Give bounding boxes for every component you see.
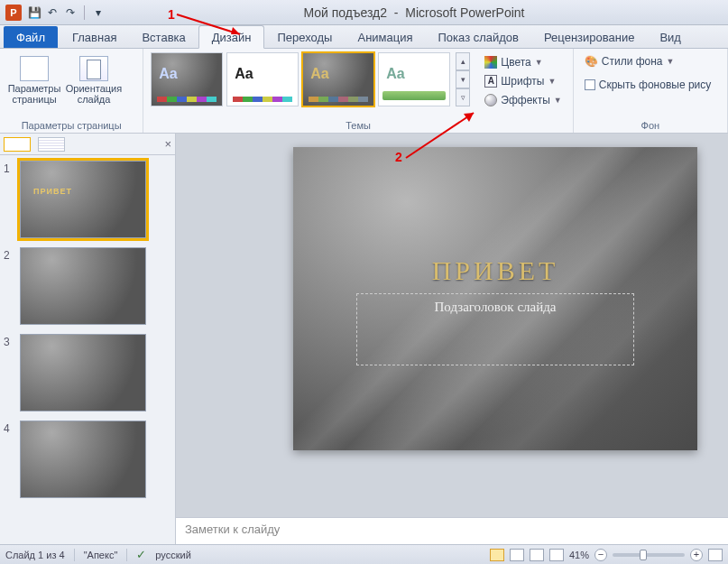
theme-name: "Апекс" xyxy=(84,550,118,560)
thumb-number: 1 xyxy=(4,161,14,175)
zoom-in-button[interactable]: + xyxy=(690,549,703,561)
slide-thumbnail-1[interactable]: ПРИВЕТ xyxy=(20,161,146,238)
workspace: × 1 ПРИВЕТ 2 3 4 xyxy=(0,134,728,544)
theme-thumb-3-selected[interactable]: Aa xyxy=(302,52,374,106)
fonts-label: Шрифты xyxy=(501,75,544,88)
separator xyxy=(126,549,127,561)
colors-icon xyxy=(484,56,497,69)
group-background-label: Фон xyxy=(581,118,720,131)
window-title: Мой подъезд2 - Microsoft PowerPoint xyxy=(106,5,723,20)
theme-gallery-expand[interactable]: ▿ xyxy=(456,88,470,106)
theme-thumb-1[interactable]: Aa xyxy=(151,52,223,106)
thumbnails-tab[interactable] xyxy=(4,137,31,152)
list-item: 2 xyxy=(4,247,171,325)
close-panel-icon[interactable]: × xyxy=(164,137,171,151)
checkbox-icon xyxy=(585,79,595,90)
tab-review[interactable]: Рецензирование xyxy=(531,26,647,48)
thumb-title: ПРИВЕТ xyxy=(33,187,72,196)
tab-file[interactable]: Файл xyxy=(4,26,58,48)
slide-canvas[interactable]: ПРИВЕТ Подзаголовок слайда xyxy=(176,134,728,517)
ribbon-tabs: Файл Главная Вставка Дизайн Переходы Ани… xyxy=(0,25,728,49)
notes-placeholder: Заметки к слайду xyxy=(185,522,280,536)
group-page-setup: Параметры страницы Ориентация слайда Пар… xyxy=(0,49,143,133)
page-setup-label: Параметры страницы xyxy=(7,83,61,105)
outline-tab[interactable] xyxy=(38,137,65,152)
theme-gallery: Aa Aa Aa Aa ▴ ▾ xyxy=(151,52,470,106)
list-item: 1 ПРИВЕТ xyxy=(4,161,171,238)
theme-scroll-down[interactable]: ▾ xyxy=(456,70,470,88)
status-bar: Слайд 1 из 4 "Апекс" ✓ русский 41% − + xyxy=(0,544,728,564)
slide[interactable]: ПРИВЕТ Подзаголовок слайда xyxy=(293,147,697,450)
tab-slideshow[interactable]: Показ слайдов xyxy=(426,26,532,48)
tab-view[interactable]: Вид xyxy=(647,26,694,48)
slide-panel-tabs: × xyxy=(0,134,175,155)
app-name: Microsoft PowerPoint xyxy=(405,5,524,20)
sorter-view-button[interactable] xyxy=(510,549,524,561)
language-indicator[interactable]: русский xyxy=(155,550,190,560)
chevron-down-icon: ▼ xyxy=(667,57,675,66)
page-setup-button[interactable]: Параметры страницы xyxy=(7,52,61,105)
thumbnail-list: 1 ПРИВЕТ 2 3 4 xyxy=(0,155,175,544)
zoom-out-button[interactable]: − xyxy=(594,549,607,561)
thumb-number: 3 xyxy=(4,334,14,348)
tab-home[interactable]: Главная xyxy=(60,26,129,48)
slide-thumbnail-3[interactable] xyxy=(20,334,146,411)
zoom-slider[interactable] xyxy=(613,553,685,557)
tab-animations[interactable]: Анимация xyxy=(345,26,425,48)
slide-thumbnail-2[interactable] xyxy=(20,247,146,325)
slide-subtitle: Подзаголовок слайда xyxy=(435,300,557,315)
bg-styles-label: Стили фона xyxy=(602,55,663,68)
hide-bg-label: Скрыть фоновые рису xyxy=(599,79,712,91)
normal-view-button[interactable] xyxy=(490,549,504,561)
tab-transitions[interactable]: Переходы xyxy=(264,26,345,48)
status-right: 41% − + xyxy=(490,549,723,561)
colors-label: Цвета xyxy=(501,56,530,69)
redo-icon[interactable]: ↷ xyxy=(63,5,78,20)
subtitle-placeholder[interactable]: Подзаголовок слайда xyxy=(356,293,634,365)
theme-thumb-2[interactable]: Aa xyxy=(226,52,299,106)
document-name: Мой подъезд2 xyxy=(303,5,387,20)
fit-to-window-button[interactable] xyxy=(708,549,723,561)
quick-access-toolbar: 💾 ↶ ↷ ▾ xyxy=(27,5,106,20)
save-icon[interactable]: 💾 xyxy=(27,5,41,20)
undo-icon[interactable]: ↶ xyxy=(45,5,60,20)
slide-orientation-button[interactable]: Ориентация слайда xyxy=(67,52,121,105)
theme-fonts-button[interactable]: A Шрифты ▼ xyxy=(481,73,565,89)
editor-area: ПРИВЕТ Подзаголовок слайда Заметки к сла… xyxy=(176,134,728,544)
fonts-icon: A xyxy=(484,75,497,88)
theme-effects-button[interactable]: Эффекты ▼ xyxy=(481,92,565,108)
qat-more-icon[interactable]: ▾ xyxy=(91,5,106,20)
chevron-down-icon: ▼ xyxy=(535,58,543,67)
zoom-level[interactable]: 41% xyxy=(569,550,589,560)
hide-background-checkbox[interactable]: Скрыть фоновые рису xyxy=(581,76,715,94)
group-page-setup-label: Параметры страницы xyxy=(7,118,135,131)
orientation-icon xyxy=(79,56,108,81)
spellcheck-icon[interactable]: ✓ xyxy=(136,548,146,561)
slide-title[interactable]: ПРИВЕТ xyxy=(293,255,697,286)
separator xyxy=(74,549,75,561)
tab-design[interactable]: Дизайн xyxy=(198,25,265,49)
thumb-number: 4 xyxy=(4,421,14,435)
thumb-number: 2 xyxy=(4,247,14,262)
notes-pane[interactable]: Заметки к слайду xyxy=(176,517,728,544)
tab-insert[interactable]: Вставка xyxy=(129,26,198,48)
theme-gallery-scroll: ▴ ▾ ▿ xyxy=(456,52,470,106)
slide-counter: Слайд 1 из 4 xyxy=(5,550,65,560)
theme-thumb-4[interactable]: Aa xyxy=(378,52,450,106)
list-item: 4 xyxy=(4,421,171,498)
background-styles-button[interactable]: 🎨 Стили фона ▼ xyxy=(581,52,678,70)
orientation-label: Ориентация слайда xyxy=(66,83,122,105)
reading-view-button[interactable] xyxy=(530,549,544,561)
chevron-down-icon: ▼ xyxy=(554,96,562,105)
group-background: 🎨 Стили фона ▼ Скрыть фоновые рису Фон xyxy=(574,49,728,133)
effects-label: Эффекты xyxy=(501,94,550,106)
chevron-down-icon: ▼ xyxy=(548,77,556,86)
slideshow-view-button[interactable] xyxy=(549,549,564,561)
list-item: 3 xyxy=(4,334,171,411)
theme-options: Цвета ▼ A Шрифты ▼ Эффекты ▼ xyxy=(481,52,565,108)
slide-thumbnail-4[interactable] xyxy=(20,421,146,498)
bg-styles-icon: 🎨 xyxy=(585,55,598,68)
theme-scroll-up[interactable]: ▴ xyxy=(456,52,470,70)
zoom-knob[interactable] xyxy=(640,550,647,560)
theme-colors-button[interactable]: Цвета ▼ xyxy=(481,54,565,70)
